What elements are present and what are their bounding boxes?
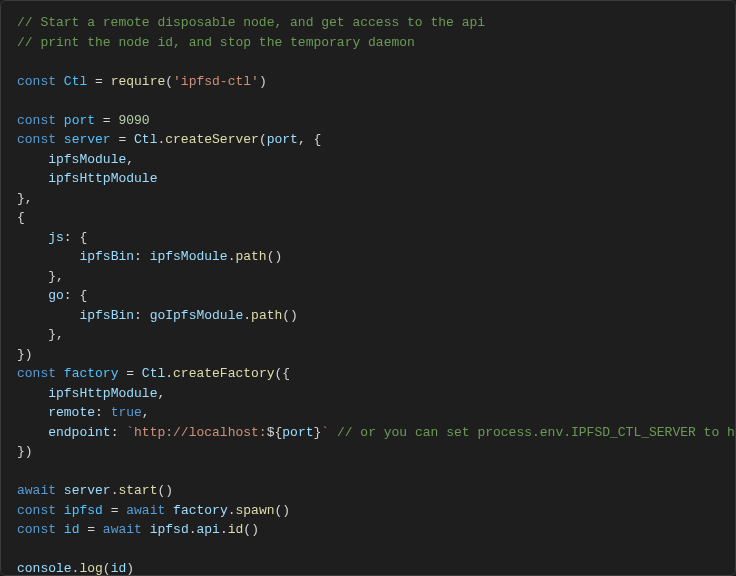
token-punct: .: [165, 366, 173, 381]
token-punct: },: [17, 191, 33, 206]
token-function: require: [111, 74, 166, 89]
code-line: const factory = Ctl.createFactory({: [17, 364, 719, 384]
code-line: }): [17, 345, 719, 365]
token-punct: .: [243, 308, 251, 323]
token-punct: =: [111, 132, 134, 147]
token-punct: : {: [64, 230, 87, 245]
token-variable: goIpfsModule: [150, 308, 244, 323]
token-comment: // print the node id, and stop the tempo…: [17, 35, 415, 50]
code-block: // Start a remote disposable node, and g…: [0, 0, 736, 576]
token-variable: Ctl: [142, 366, 165, 381]
code-line: [17, 462, 719, 482]
code-line: const port = 9090: [17, 111, 719, 131]
token-keyword: await: [126, 503, 165, 518]
token-function: start: [118, 483, 157, 498]
code-line: console.log(id): [17, 559, 719, 576]
token-punct: [56, 366, 64, 381]
token-punct: =: [87, 74, 110, 89]
token-variable: factory: [173, 503, 228, 518]
token-punct: [17, 230, 48, 245]
code-line: const Ctl = require('ipfsd-ctl'): [17, 72, 719, 92]
token-punct: ,: [157, 386, 165, 401]
code-line: const id = await ipfsd.api.id(): [17, 520, 719, 540]
token-keyword: const: [17, 366, 56, 381]
token-punct: ${: [267, 425, 283, 440]
token-punct: [17, 425, 48, 440]
token-template: `: [321, 425, 329, 440]
token-punct: [17, 386, 48, 401]
token-punct: ): [126, 561, 134, 576]
token-boolean: true: [111, 405, 142, 420]
token-punct: [56, 113, 64, 128]
token-punct: [56, 132, 64, 147]
token-punct: (): [275, 503, 291, 518]
token-variable: server: [64, 483, 111, 498]
token-function: createFactory: [173, 366, 274, 381]
code-line: await server.start(): [17, 481, 719, 501]
token-punct: , {: [298, 132, 321, 147]
token-punct: : {: [64, 288, 87, 303]
code-line: const ipfsd = await factory.spawn(): [17, 501, 719, 521]
token-punct: ,: [142, 405, 150, 420]
code-line: // print the node id, and stop the tempo…: [17, 33, 719, 53]
token-function: path: [251, 308, 282, 323]
token-variable: Ctl: [134, 132, 157, 147]
token-punct: [56, 74, 64, 89]
token-punct: (: [103, 561, 111, 576]
token-keyword: const: [17, 522, 56, 537]
code-line: ipfsHttpModule,: [17, 384, 719, 404]
code-line: [17, 52, 719, 72]
token-keyword: await: [17, 483, 56, 498]
token-keyword: const: [17, 503, 56, 518]
token-variable: console: [17, 561, 72, 576]
token-function: log: [79, 561, 102, 576]
token-function: createServer: [165, 132, 259, 147]
token-comment: // or you can set process.env.IPFSD_CTL_…: [337, 425, 736, 440]
token-property: remote: [48, 405, 95, 420]
token-template: `http://localhost:: [126, 425, 266, 440]
token-punct: [329, 425, 337, 440]
token-punct: .: [220, 522, 228, 537]
code-line: go: {: [17, 286, 719, 306]
code-line: [17, 91, 719, 111]
token-punct: ({: [274, 366, 290, 381]
token-punct: (): [243, 522, 259, 537]
code-line: ipfsBin: ipfsModule.path(): [17, 247, 719, 267]
token-property: ipfsHttpModule: [48, 386, 157, 401]
token-punct: [165, 503, 173, 518]
token-keyword: await: [103, 522, 142, 537]
token-property: js: [48, 230, 64, 245]
token-variable: port: [267, 132, 298, 147]
token-property: endpoint: [48, 425, 110, 440]
token-variable: ipfsd: [150, 522, 189, 537]
token-property: ipfsHttpModule: [48, 171, 157, 186]
code-line: ipfsHttpModule: [17, 169, 719, 189]
token-punct: (: [165, 74, 173, 89]
token-punct: [17, 249, 79, 264]
token-punct: [17, 152, 48, 167]
token-punct: (): [157, 483, 173, 498]
token-keyword: const: [17, 74, 56, 89]
token-punct: [17, 171, 48, 186]
token-punct: (): [267, 249, 283, 264]
token-function: path: [235, 249, 266, 264]
token-punct: :: [134, 308, 150, 323]
token-punct: [17, 405, 48, 420]
token-punct: =: [79, 522, 102, 537]
token-template-expr: port: [282, 425, 313, 440]
token-punct: (): [282, 308, 298, 323]
token-punct: ): [259, 74, 267, 89]
token-const-name: ipfsd: [64, 503, 103, 518]
token-keyword: const: [17, 113, 56, 128]
token-property: ipfsBin: [79, 308, 134, 323]
token-punct: (: [259, 132, 267, 147]
token-punct: }): [17, 347, 33, 362]
token-punct: :: [134, 249, 150, 264]
token-punct: [17, 288, 48, 303]
code-content: // Start a remote disposable node, and g…: [17, 13, 719, 576]
token-const-name: Ctl: [64, 74, 87, 89]
token-punct: [17, 308, 79, 323]
code-line: {: [17, 208, 719, 228]
code-line: [17, 540, 719, 560]
token-const-name: server: [64, 132, 111, 147]
